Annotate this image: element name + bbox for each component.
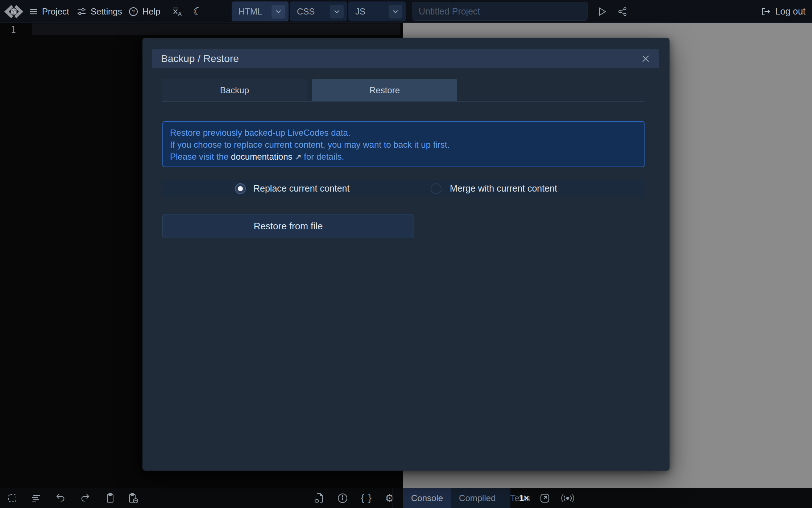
editor-settings-icon[interactable]: { } [361, 488, 372, 508]
statusbar-divider [392, 488, 393, 508]
external-link-arrow-icon[interactable]: ↗ [295, 152, 301, 161]
chevron-down-icon[interactable] [330, 5, 344, 19]
radio-checked-icon[interactable] [235, 183, 246, 194]
restore-from-file-button[interactable]: Restore from file [162, 214, 414, 238]
settings-menu[interactable]: Settings [76, 0, 122, 23]
chevron-down-icon[interactable] [389, 5, 402, 19]
tab-restore[interactable]: Restore [312, 79, 457, 101]
css-editor-select[interactable]: CSS [290, 1, 347, 21]
tab-backup[interactable]: Backup [162, 79, 307, 101]
info-line-3-suffix: for details. [302, 152, 344, 161]
translate-icon[interactable]: A [172, 0, 183, 23]
editor-current-line[interactable] [32, 24, 400, 35]
restore-mode-options: Replace current content Merge with curre… [162, 180, 645, 197]
app-toolbar: Project Settings ? Help A ☾ HTML CSS JS … [0, 0, 812, 23]
open-in-new-window-icon[interactable] [539, 488, 550, 508]
html-editor-select[interactable]: HTML [232, 1, 289, 21]
share-icon[interactable] [618, 0, 627, 23]
help-menu-label: Help [142, 7, 160, 17]
backup-restore-modal: Backup / Restore Backup Restore Restore … [142, 38, 670, 471]
broadcast-icon[interactable] [561, 488, 574, 508]
select-all-icon[interactable] [7, 488, 17, 508]
redo-icon[interactable] [80, 488, 91, 508]
tabs-underline [162, 101, 645, 102]
tab-compiled[interactable]: Compiled [451, 488, 504, 508]
modal-title: Backup / Restore [161, 53, 239, 65]
logout-button[interactable]: Log out [761, 0, 805, 23]
logout-label: Log out [775, 6, 805, 17]
sliders-icon [76, 7, 87, 17]
help-icon: ? [128, 7, 138, 17]
gear-icon[interactable]: ⚙ [385, 488, 394, 508]
project-menu[interactable]: Project [29, 0, 69, 23]
settings-menu-label: Settings [91, 7, 122, 17]
run-icon[interactable] [597, 0, 607, 23]
chevron-down-icon[interactable] [272, 5, 285, 19]
undo-icon[interactable] [55, 488, 66, 508]
info-line-1: Restore previously backed-up LiveCodes d… [170, 127, 637, 139]
hamburger-icon [29, 7, 38, 16]
info-line-3: Please visit the documentations ↗ for de… [170, 151, 637, 163]
css-editor-select-value: CSS [297, 7, 315, 17]
merge-content-label: Merge with current content [450, 183, 557, 194]
documentations-link[interactable]: documentations [231, 152, 292, 161]
merge-content-radio[interactable]: Merge with current content [431, 180, 557, 197]
js-editor-select[interactable]: JS [348, 1, 406, 21]
help-menu[interactable]: ? Help [128, 0, 160, 23]
svg-text:?: ? [132, 9, 135, 15]
replace-content-radio[interactable]: Replace current content [235, 180, 349, 197]
project-title-input[interactable] [412, 2, 588, 21]
logout-icon [761, 7, 771, 17]
zoom-level-button[interactable]: 1× [519, 488, 529, 508]
project-menu-label: Project [42, 7, 69, 17]
replace-content-label: Replace current content [253, 183, 349, 194]
modal-header: Backup / Restore [152, 49, 659, 68]
tab-console[interactable]: Console [403, 488, 451, 508]
svg-text:A: A [178, 11, 182, 17]
info-icon[interactable] [337, 488, 348, 508]
info-line-3-prefix: Please visit the [170, 152, 231, 161]
radio-unchecked-icon[interactable] [431, 183, 442, 194]
external-resources-icon[interactable] [314, 488, 325, 508]
info-line-2: If you choose to replace current content… [170, 139, 637, 151]
js-editor-select-value: JS [355, 7, 365, 17]
livecodes-logo-icon[interactable] [4, 3, 24, 21]
dark-mode-icon[interactable]: ☾ [193, 0, 203, 23]
editor-line-number: 1 [5, 25, 16, 35]
format-code-icon[interactable] [30, 488, 41, 508]
html-editor-select-value: HTML [239, 7, 262, 17]
results-tabs: Console Compiled Tests [403, 488, 510, 508]
paste-icon[interactable] [128, 488, 138, 508]
restore-info-box: Restore previously backed-up LiveCodes d… [162, 121, 645, 167]
close-icon[interactable] [641, 54, 650, 63]
copy-icon[interactable] [105, 488, 115, 508]
status-bar: { } ⚙ Console Compiled Tests 1× [0, 488, 812, 508]
